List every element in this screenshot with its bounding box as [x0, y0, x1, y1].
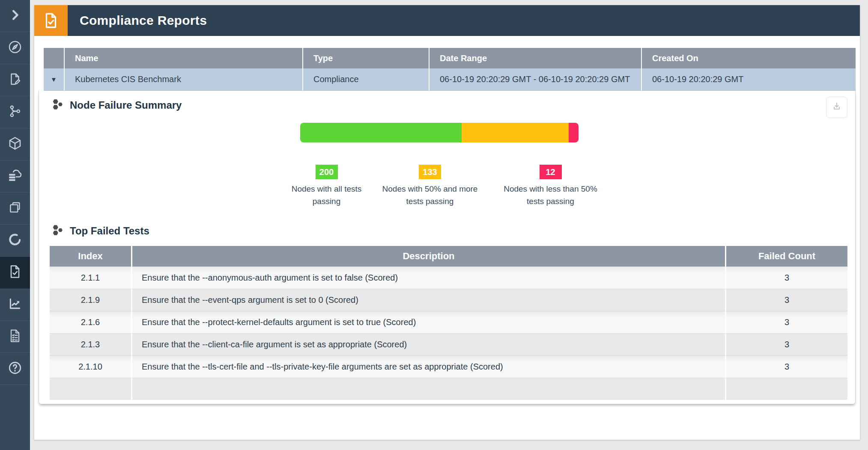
report-row-name[interactable]: Kubernetes CIS Benchmark: [64, 68, 302, 91]
document-check-icon: [7, 264, 23, 281]
top-failed-tests-heading: Top Failed Tests: [39, 224, 855, 238]
sidebar-item-audit-checklist[interactable]: [0, 321, 30, 353]
sidebar-item-analytics[interactable]: [0, 289, 30, 321]
failed-row-index: 2.1.1: [50, 266, 131, 289]
failed-row-description: Ensure that the --client-ca-file argumen…: [131, 333, 725, 355]
legend-value-badge: 200: [316, 165, 338, 179]
compass-icon: [8, 40, 22, 56]
failed-row-description: Ensure that the --protect-kernel-default…: [131, 311, 725, 333]
legend-item-partial: 133 Nodes with 50% and more tests passin…: [376, 165, 483, 208]
sidebar-item-containers[interactable]: [0, 192, 30, 225]
chart-legend: 200 Nodes with all tests passing 133 Nod…: [39, 165, 855, 208]
failed-row-index: 2.1.6: [50, 311, 131, 333]
row-expander-toggle[interactable]: ▼: [44, 68, 64, 91]
report-detail-panel: Node Failure Summary 200 Nodes with all …: [39, 91, 856, 404]
failed-tests-table: Index Description Failed Count 2.1.1 Ens…: [50, 246, 847, 400]
document-edit-icon: [8, 72, 22, 88]
sidebar-item-network-activity[interactable]: [0, 96, 30, 128]
failed-header-index: Index: [50, 246, 131, 266]
download-icon: [831, 101, 842, 114]
title-bar: Compliance Reports: [68, 5, 860, 36]
section-title: Top Failed Tests: [70, 225, 149, 237]
sidebar-item-help[interactable]: [0, 353, 30, 385]
failed-row-description: Ensure that the --anonymous-auth argumen…: [131, 266, 725, 289]
failed-row-empty: [131, 378, 725, 400]
report-row-type: Compliance: [302, 68, 429, 91]
reports-header-expander: [44, 48, 64, 68]
sidebar: [0, 0, 30, 450]
cube-icon: [7, 136, 23, 153]
sidebar-item-refresh[interactable]: [0, 225, 30, 257]
failed-row-index: 2.1.9: [50, 289, 131, 311]
failed-row-description: Ensure that the --event-qps argument is …: [131, 289, 725, 311]
section-title: Node Failure Summary: [70, 99, 182, 111]
main-content: Compliance Reports Name Type Date Range …: [34, 5, 860, 440]
report-row-date-range: 06-10-19 20:20:29 GMT - 06-10-19 20:20:2…: [429, 68, 641, 91]
reports-table: Name Type Date Range Created On ▼ Kubern…: [44, 48, 856, 91]
download-button[interactable]: [826, 97, 847, 118]
bar-segment-failing: [569, 123, 579, 142]
failed-row-index: 2.1.10: [50, 355, 131, 378]
failed-row-index: 2.1.3: [50, 333, 131, 355]
checklist-icon: [7, 328, 23, 345]
failed-row-empty: [725, 378, 847, 400]
cloud-database-icon: [7, 168, 23, 185]
network-branch-icon: [8, 104, 22, 120]
legend-item-passing: 200 Nodes with all tests passing: [291, 165, 362, 208]
failed-header-count: Failed Count: [725, 246, 847, 266]
layers-icon: [8, 200, 22, 216]
reports-header-type[interactable]: Type: [302, 48, 429, 68]
node-failure-summary-heading: Node Failure Summary: [39, 98, 855, 112]
hexagon-cluster-icon: [52, 98, 64, 112]
report-row-created-on: 06-10-19 20:20:29 GMT: [641, 68, 856, 91]
failed-row-count: 3: [725, 289, 847, 311]
node-failure-stacked-bar: [300, 123, 579, 142]
sidebar-item-policy[interactable]: [0, 64, 30, 96]
failed-row-count: 3: [725, 333, 847, 355]
sidebar-item-compliance-reports[interactable]: [0, 257, 30, 289]
header-bar: Compliance Reports: [34, 5, 860, 36]
failed-row-empty: [50, 378, 131, 400]
legend-label: Nodes with 50% and more tests passing: [376, 183, 483, 208]
chevron-right-icon: [9, 9, 21, 23]
triangle-down-icon: ▼: [51, 76, 57, 83]
legend-value-badge: 133: [419, 165, 441, 179]
sidebar-item-navigate[interactable]: [0, 32, 30, 64]
line-chart-icon: [8, 296, 22, 313]
help-circle-icon: [8, 361, 22, 377]
legend-label: Nodes with all tests passing: [291, 183, 362, 208]
hexagon-cluster-icon: [52, 224, 64, 238]
failed-row-description: Ensure that the --tls-cert-file and --tl…: [131, 355, 725, 378]
compliance-report-app-icon: [34, 5, 68, 36]
reports-header-name[interactable]: Name: [64, 48, 302, 68]
page-title: Compliance Reports: [68, 13, 207, 28]
bar-segment-passing: [300, 123, 462, 142]
sidebar-item-expand[interactable]: [0, 0, 30, 32]
legend-label: Nodes with less than 50% tests passing: [498, 183, 603, 208]
failed-header-description: Description: [131, 246, 725, 266]
refresh-icon: [8, 232, 22, 249]
reports-header-created-on[interactable]: Created On: [641, 48, 856, 68]
bar-segment-partial: [462, 123, 569, 142]
legend-item-failing: 12 Nodes with less than 50% tests passin…: [498, 165, 603, 208]
legend-value-badge: 12: [540, 165, 562, 179]
sidebar-item-assets[interactable]: [0, 128, 30, 160]
failed-row-count: 3: [725, 266, 847, 289]
failed-row-count: 3: [725, 355, 847, 378]
sidebar-item-cloud-storage[interactable]: [0, 160, 30, 192]
reports-header-date-range[interactable]: Date Range: [429, 48, 641, 68]
failed-row-count: 3: [725, 311, 847, 333]
